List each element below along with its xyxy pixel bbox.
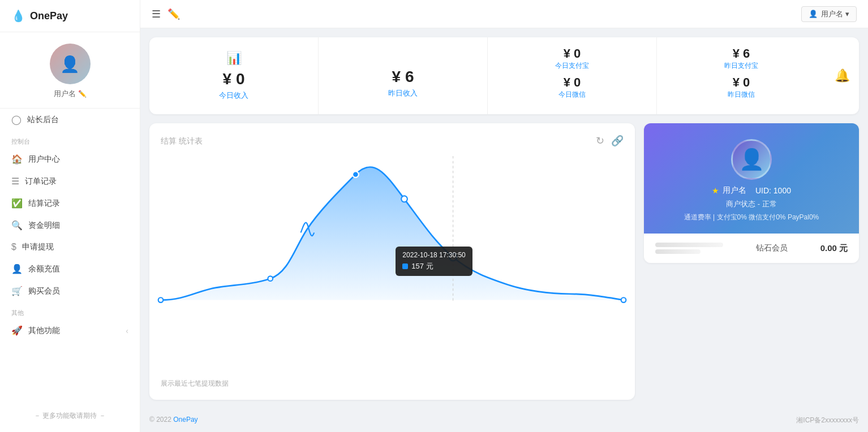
sidebar-item-user-center[interactable]: 🏠 用户中心: [0, 148, 140, 170]
sidebar-item-label: 用户中心: [28, 154, 60, 165]
topbar-right: 👤 用户名 ▾: [801, 6, 857, 22]
cart-icon: 🛒: [11, 286, 23, 296]
sidebar-item-label: 申请提现: [22, 242, 54, 252]
member-card-visual: [655, 243, 723, 254]
sidebar-item-label: 余额充值: [28, 264, 60, 274]
stats-card-today: 📊 ¥ 0 今日收入: [149, 37, 319, 114]
chart-svg: [161, 156, 624, 303]
sidebar-item-other-features[interactable]: 🚀 其他功能 ‹: [0, 319, 140, 342]
stats-card-wechat: ¥ 6 昨日支付宝 ¥ 0 昨日微信: [657, 37, 826, 114]
stats-row: 📊 ¥ 0 今日收入 ¥ 6 昨日收入 ¥ 0 今日支付宝 ¥ 0 今日微信 ¥…: [149, 37, 859, 114]
logo-icon: 💧: [11, 9, 25, 23]
bar-chart-icon: 📊: [226, 51, 242, 66]
svg-point-7: [449, 253, 457, 261]
user-dropdown[interactable]: 👤 用户名 ▾: [801, 6, 857, 22]
sidebar-other-label: 其他: [0, 302, 140, 319]
svg-point-3: [401, 196, 407, 202]
profile-avatar: 👤: [731, 139, 772, 180]
main-content: ☰ ✏️ 👤 用户名 ▾ 📊 ¥ 0 今日收入 ¥ 6 昨日收入 ¥ 0 今日支…: [140, 0, 868, 432]
chevron-right-icon: ‹: [126, 326, 128, 335]
sidebar-item-order-records[interactable]: ☰ 订单记录: [0, 170, 140, 192]
profile-card-bottom: 钻石会员 0.00 元: [644, 234, 859, 263]
user-avatar-small: 👤: [809, 10, 818, 18]
refresh-icon[interactable]: ↻: [596, 135, 604, 147]
chart-actions: ↻ 🔗: [596, 135, 624, 147]
edit-icon[interactable]: ✏️: [167, 8, 180, 20]
sidebar-more-text: － 更多功能敬请期待 －: [0, 400, 140, 432]
yesterday-alipay-amount: ¥ 6: [733, 46, 750, 61]
profile-uid: ★ 用户名 UID: 1000: [712, 185, 791, 196]
sidebar-item-apply-withdraw[interactable]: $ 申请提现: [0, 236, 140, 258]
today-income-amount: ¥ 0: [223, 70, 245, 88]
sidebar-item-buy-membership[interactable]: 🛒 购买会员: [0, 280, 140, 302]
user-name-label: 用户名 ▾: [821, 9, 849, 19]
avatar: 👤: [50, 44, 91, 84]
settlement-icon: ✅: [11, 198, 23, 209]
svg-point-5: [621, 297, 626, 303]
sidebar-item-label: 结算记录: [28, 198, 60, 209]
rocket-icon: 🚀: [11, 325, 23, 336]
profile-card-top: 👤 ★ 用户名 UID: 1000 商户状态 - 正常 通道费率 | 支付宝0%…: [644, 123, 859, 234]
content-area: 结算 统计表 ↻ 🔗: [140, 123, 868, 409]
member-balance: 0.00 元: [820, 243, 848, 253]
sidebar-avatar-section: 👤 用户名 ✏️: [0, 32, 140, 109]
member-card-line-1: [655, 243, 723, 247]
profile-status: 商户状态 - 正常: [726, 199, 777, 209]
svg-point-0: [158, 297, 164, 303]
avatar-edit-icon[interactable]: ✏️: [78, 90, 87, 98]
star-icon: ★: [712, 186, 719, 195]
sidebar-item-label: 购买会员: [28, 286, 60, 296]
sidebar-item-label: 其他功能: [28, 326, 60, 336]
today-alipay-label: 今日支付宝: [555, 61, 589, 71]
sidebar-item-label: 站长后台: [27, 115, 59, 125]
today-alipay-amount: ¥ 0: [564, 46, 581, 61]
link-icon[interactable]: 🔗: [611, 135, 624, 147]
chart-footer: 展示最近七笔提现数据: [161, 379, 624, 388]
sidebar-item-label: 订单记录: [25, 176, 57, 187]
today-wechat-label: 今日微信: [558, 90, 586, 100]
yesterday-alipay-label: 昨日支付宝: [724, 61, 758, 71]
sidebar-item-balance-recharge[interactable]: 👤 余额充值: [0, 258, 140, 280]
sidebar-item-settlement-records[interactable]: ✅ 结算记录: [0, 192, 140, 214]
stats-card-alipay: ¥ 0 今日支付宝 ¥ 0 今日微信: [488, 37, 657, 114]
footer: © 2022 OnePay 湘ICP备2xxxxxxxx号: [140, 409, 868, 432]
sidebar-section-label: 控制台: [0, 131, 140, 148]
bell-icon: 🔔: [835, 68, 850, 83]
topbar: ☰ ✏️ 👤 用户名 ▾: [140, 0, 868, 28]
order-icon: ☰: [11, 176, 19, 187]
footer-copyright: © 2022 OnePay: [149, 416, 198, 425]
home-icon: 🏠: [11, 154, 23, 165]
profile-section: 👤 ★ 用户名 UID: 1000 商户状态 - 正常 通道费率 | 支付宝0%…: [644, 123, 859, 400]
svg-point-1: [268, 276, 273, 281]
yesterday-wechat-label: 昨日微信: [728, 90, 755, 100]
profile-rate: 通道费率 | 支付宝0% 微信支付0% PayPal0%: [684, 213, 819, 222]
footer-icp: 湘ICP备2xxxxxxxx号: [796, 416, 859, 425]
sidebar-item-fund-details[interactable]: 🔍 资金明细: [0, 214, 140, 236]
stats-card-bell: 🔔: [826, 37, 859, 114]
chart-section: 结算 统计表 ↻ 🔗: [149, 123, 635, 400]
footer-brand: OnePay: [173, 416, 197, 424]
menu-icon[interactable]: ☰: [152, 8, 161, 20]
topbar-left: ☰ ✏️: [152, 8, 180, 20]
withdraw-icon: $: [11, 242, 16, 252]
sidebar-item-admin[interactable]: ◯ 站长后台: [0, 109, 140, 131]
member-type-label: 钻石会员: [756, 243, 788, 253]
admin-icon: ◯: [11, 114, 22, 125]
member-card-line-2: [655, 249, 701, 254]
yesterday-income-label: 昨日收入: [388, 88, 418, 98]
sidebar-logo: 💧 OnePay: [0, 0, 140, 32]
fund-icon: 🔍: [11, 220, 23, 231]
stats-card-yesterday: ¥ 6 昨日收入: [319, 37, 488, 114]
recharge-icon: 👤: [11, 263, 23, 274]
yesterday-wechat-amount: ¥ 0: [733, 75, 750, 90]
logo-text: OnePay: [30, 10, 68, 22]
sidebar-item-label: 资金明细: [28, 221, 60, 231]
avatar-name: 用户名 ✏️: [54, 89, 87, 99]
sidebar: 💧 OnePay 👤 用户名 ✏️ ◯ 站长后台 控制台 🏠 用户中心 ☰ 订单…: [0, 0, 140, 432]
profile-card: 👤 ★ 用户名 UID: 1000 商户状态 - 正常 通道费率 | 支付宝0%…: [644, 123, 859, 263]
today-income-label: 今日收入: [219, 90, 248, 101]
svg-point-2: [353, 171, 359, 178]
yesterday-income-amount: ¥ 6: [392, 68, 414, 86]
chart-title: 结算 统计表: [161, 136, 203, 146]
chart-container: 2022-10-18 17:30:50 157 元: [161, 156, 624, 372]
